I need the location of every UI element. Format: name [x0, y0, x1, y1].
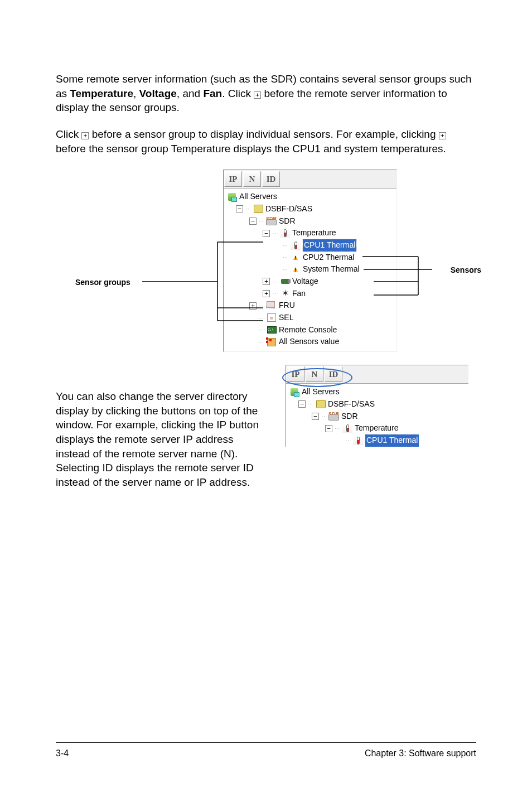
kw-fan: Fan — [203, 88, 222, 99]
tree-temperature-label: Temperature — [292, 227, 336, 239]
tree-tabbar: IP N ID — [224, 170, 396, 189]
tree-host-label: DSBF-D/SAS — [328, 398, 375, 410]
tree-body: All Servers −···DSBF-D/SAS −···SDR −···T… — [224, 189, 396, 351]
all-sensors-icon — [267, 337, 277, 346]
thermometer-icon — [353, 436, 363, 445]
plus-icon: + — [439, 132, 446, 139]
tree-remote-console-label: Remote Console — [279, 324, 337, 336]
tree-root-row[interactable]: All Servers — [289, 386, 466, 398]
tree-sdr-row[interactable]: −···SDR — [289, 410, 466, 423]
tree-allsensors-row[interactable]: ···All Sensors value — [227, 336, 394, 348]
host-icon — [253, 205, 263, 214]
sdr-icon — [267, 216, 277, 225]
tab-id[interactable]: ID — [262, 171, 280, 187]
battery-icon — [280, 277, 290, 286]
text: . Click — [222, 88, 254, 99]
tree-cpu2-row[interactable]: ····CPU2 Thermal — [227, 252, 394, 264]
tree-fan-row[interactable]: +···Fan — [227, 288, 394, 300]
kw-temperature: Temperature — [70, 88, 133, 99]
warning-icon — [291, 253, 301, 262]
highlight-oval — [282, 368, 352, 387]
page-footer: 3-4 Chapter 3: Software support — [56, 742, 476, 758]
warning-icon — [291, 265, 301, 274]
servers-icon — [289, 388, 299, 397]
kw-voltage: Voltage — [139, 88, 177, 99]
tree-cpu1-label: CPU1 Thermal — [365, 434, 419, 447]
tree-temperature-row[interactable]: −···Temperature — [289, 422, 466, 434]
body-paragraph-2: Click + before a sensor group to display… — [56, 127, 476, 156]
tree-panel: IP N ID All Servers −···DSBF-D/SAS −···S… — [223, 170, 397, 352]
collapse-icon[interactable]: − — [249, 218, 257, 225]
callout-sensors: Sensors — [451, 265, 481, 274]
tree-cpu1-label: CPU1 Thermal — [303, 239, 356, 252]
sdr-icon — [329, 412, 339, 421]
text: before a sensor group to display individ… — [89, 128, 438, 140]
fru-icon — [267, 301, 277, 310]
tree-fan-label: Fan — [292, 288, 306, 300]
text: Click — [56, 128, 81, 140]
fan-icon — [280, 289, 290, 298]
tree-root-row[interactable]: All Servers — [227, 191, 394, 203]
text: before the sensor group Temperature disp… — [56, 143, 446, 154]
tree-sdr-label: SDR — [341, 410, 358, 423]
body-paragraph-1: Some remote server information (such as … — [56, 72, 476, 115]
expand-icon[interactable]: + — [263, 290, 270, 297]
tree-host-row[interactable]: −···DSBF-D/SAS — [227, 203, 394, 215]
tree-sel-label: SEL — [279, 312, 293, 324]
sel-icon — [267, 313, 277, 322]
collapse-icon[interactable]: − — [298, 400, 306, 408]
collapse-icon[interactable]: − — [236, 205, 243, 212]
tree-voltage-label: Voltage — [292, 276, 318, 288]
tree-sdr-row[interactable]: −···SDR — [227, 215, 394, 228]
tree-host-row[interactable]: −···DSBF-D/SAS — [289, 398, 466, 410]
tree-voltage-row[interactable]: +···Voltage — [227, 276, 394, 288]
tab-n[interactable]: N — [243, 171, 261, 187]
tree-host-label: DSBF-D/SAS — [265, 203, 312, 215]
host-icon — [316, 400, 326, 409]
collapse-icon[interactable]: − — [263, 230, 270, 237]
chapter-title: Chapter 3: Software support — [365, 748, 476, 758]
servers-icon — [227, 192, 237, 201]
thermometer-icon — [280, 229, 290, 238]
tree-temperature-label: Temperature — [355, 422, 399, 434]
collapse-icon[interactable]: − — [312, 413, 319, 420]
tree-temperature-row[interactable]: −···Temperature — [227, 227, 394, 239]
tree-system-row[interactable]: ····System Thermal — [227, 263, 394, 276]
tree-sel-row[interactable]: ···SEL — [227, 312, 394, 324]
tree-root-label: All Servers — [302, 386, 340, 398]
expand-icon[interactable]: + — [249, 302, 257, 310]
snippet-figure: IP N ID All Servers −···DSBF-D/SAS −···S… — [279, 365, 468, 446]
tree-figure: Sensor groups Sensors IP N ID — [123, 170, 474, 352]
callout-sensor-groups: Sensor groups — [75, 278, 130, 287]
tree-system-label: System Thermal — [303, 263, 360, 276]
tree-allsensors-label: All Sensors value — [279, 336, 339, 348]
tree-root-label: All Servers — [239, 191, 277, 203]
tab-ip[interactable]: IP — [224, 171, 242, 187]
thermometer-icon — [342, 424, 352, 433]
text: , and — [177, 88, 204, 99]
plus-icon: + — [254, 91, 261, 99]
text: , — [133, 88, 139, 99]
console-icon — [267, 326, 277, 335]
collapse-icon[interactable]: − — [325, 425, 332, 432]
tree-cpu1-row[interactable]: ····CPU1 Thermal — [227, 239, 394, 252]
snippet-body: All Servers −···DSBF-D/SAS −···SDR −···T… — [286, 384, 468, 446]
tree-sdr-label: SDR — [279, 215, 296, 228]
tree-cpu2-label: CPU2 Thermal — [303, 252, 354, 264]
thermometer-icon — [291, 241, 301, 250]
plus-icon: + — [81, 132, 89, 139]
page-number: 3-4 — [56, 748, 69, 758]
tree-fru-label: FRU — [279, 299, 295, 312]
expand-icon[interactable]: + — [263, 278, 270, 285]
tree-fru-row[interactable]: +···FRU — [227, 299, 394, 312]
body-paragraph-3: You can also change the server directory… — [56, 389, 262, 489]
tree-remote-console-row[interactable]: ···Remote Console — [227, 324, 394, 336]
tree-cpu1-row[interactable]: ····CPU1 Thermal — [289, 434, 466, 447]
